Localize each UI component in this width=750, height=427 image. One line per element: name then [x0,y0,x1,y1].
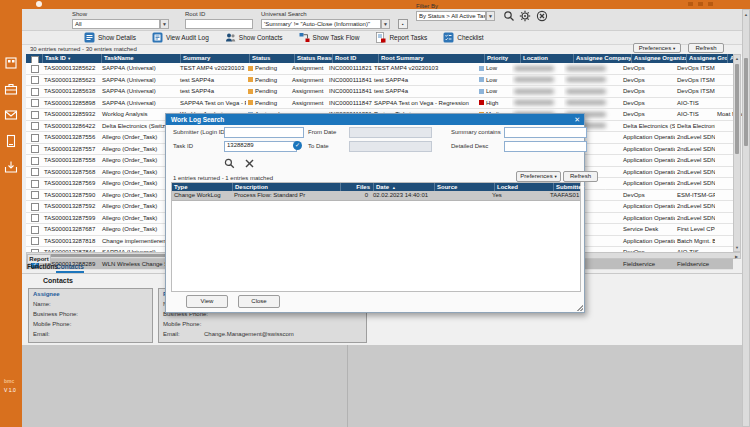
table-row[interactable]: TAS000013285623SAPP4A (Universal)test SA… [26,75,733,87]
column-header[interactable]: Root Summary [379,54,485,63]
scroll-up-icon[interactable]: ▲ [734,56,740,61]
filter-by-select[interactable]: By Status > All Active Tasks > [416,11,486,21]
column-header[interactable]: Type [172,183,233,191]
row-checkbox[interactable] [31,111,39,119]
show-contacts-button[interactable]: Show Contacts [225,32,283,43]
worklog-result-row[interactable]: Change WorkLog Process Flow: Standard Pr… [172,191,580,201]
summary-contains-input[interactable] [504,127,587,138]
column-header[interactable]: Source [435,183,495,191]
search-icon[interactable] [503,10,515,22]
tab-report[interactable]: Report [27,254,51,263]
from-date-input[interactable] [349,127,432,138]
column-header[interactable]: Files [341,183,374,191]
preferences-button[interactable]: Preferences ▾ [633,43,681,53]
show-task-flow-button[interactable]: Show Task Flow [299,32,360,43]
resize-grip[interactable] [577,305,583,311]
row-checkbox[interactable] [31,203,39,211]
topbar-icon[interactable] [698,2,703,6]
detailed-desc-input[interactable] [504,141,587,152]
tab-contacts[interactable]: Contacts [56,263,84,273]
refresh-button[interactable]: Refresh [688,43,724,53]
select-all-checkbox[interactable] [31,56,39,64]
scroll-right-icon[interactable]: ▶ [734,254,739,259]
priority-color-icon [479,89,484,94]
show-details-button[interactable]: Show Details [84,32,136,43]
checklist-button[interactable]: Checklist [443,32,483,43]
task-id-input[interactable]: 13288289 [224,141,297,152]
column-header[interactable]: Locked [495,183,554,191]
briefcase-icon[interactable] [3,81,19,97]
column-header[interactable]: Assignee Organizati... [632,54,687,63]
show-select[interactable]: All [72,19,160,29]
select-all-header[interactable] [26,54,43,63]
inbox-icon[interactable] [3,159,19,175]
tasks-board-icon[interactable] [3,55,19,71]
tab-functions[interactable]: Functions [27,263,58,270]
universal-search-arrow-icon[interactable]: ▼ [381,19,390,29]
column-header[interactable]: Status [250,54,295,63]
column-header[interactable]: Location [521,54,574,63]
row-checkbox[interactable] [31,168,39,176]
mail-icon[interactable] [3,107,19,123]
row-checkbox[interactable] [31,237,39,245]
row-checkbox[interactable] [31,88,39,96]
document-icon[interactable] [3,133,19,149]
column-header[interactable]: Assignee Company [574,54,632,63]
row-checkbox[interactable] [31,180,39,188]
universal-search-input[interactable]: 'Summary' != "Auto-Close (Information)" [261,19,381,29]
row-checkbox[interactable] [31,145,39,153]
task-flow-icon [299,32,310,43]
contacts-icon [225,32,236,43]
topbar-icon[interactable] [708,2,713,6]
column-header[interactable]: Root ID [333,54,379,63]
column-header[interactable]: Assignee Group [687,54,728,63]
row-checkbox[interactable] [31,226,39,234]
report-tasks-button[interactable]: Report Tasks [375,32,427,43]
column-header[interactable]: Submitter [554,183,606,191]
clear-filter-icon[interactable] [536,10,548,22]
row-checkbox[interactable] [31,157,39,165]
modal-preferences-button[interactable]: Preferences ▾ [516,171,561,182]
filter-by-arrow-icon[interactable]: ▼ [486,11,495,21]
submitter-input[interactable] [224,127,304,138]
to-date-input[interactable] [349,141,432,152]
row-checkbox[interactable] [31,134,39,142]
row-checkbox[interactable] [31,65,39,73]
gear-icon[interactable] [519,10,531,22]
clear-icon[interactable] [244,158,255,169]
search-options-button[interactable]: ▪ [398,19,408,29]
column-header[interactable]: TaskName [102,54,181,63]
column-header[interactable]: Description [233,183,341,191]
view-button[interactable]: View [186,295,228,308]
column-header[interactable]: Task ID▾ [43,54,102,63]
scroll-down-icon[interactable]: ▼ [734,245,740,250]
show-select-arrow-icon[interactable]: ▼ [160,19,169,29]
close-icon[interactable]: ✕ [574,114,580,125]
modal-refresh-button[interactable]: Refresh [563,171,598,182]
column-header-date[interactable]: Date ▴ [374,183,435,191]
table-row[interactable]: TAS000013285638SAPP4A (Universal)test SA… [26,86,733,98]
row-checkbox[interactable] [31,99,39,107]
table-row[interactable]: TAS000013285622SAPP4A (Universal)TEST AM… [26,63,733,75]
cell-assignee-group: DevOps ITSM [675,86,715,97]
root-id-input[interactable] [185,19,253,29]
row-checkbox[interactable] [31,122,39,130]
row-checkbox[interactable] [31,214,39,222]
row-checkbox[interactable] [31,191,39,199]
cell-assignee-org: Application Operations [621,167,675,178]
scroll-up-icon[interactable]: ▲ [743,12,749,17]
close-button[interactable]: Close [238,295,280,308]
topbar-icon[interactable] [688,2,693,6]
search-icon[interactable] [224,158,235,169]
dialog-title-bar[interactable]: Work Log Search ✕ [166,114,584,125]
column-header[interactable]: Status Reason [295,54,333,63]
row-checkbox[interactable] [31,76,39,84]
table-vertical-scrollbar[interactable]: ▲ ▼ [733,54,741,252]
column-header[interactable]: Priority [485,54,521,63]
page-vertical-scrollbar[interactable]: ▲ [742,9,750,427]
table-row[interactable]: TAS000013285898SAPP4A (Universal)SAPP4A … [26,98,733,110]
view-audit-log-button[interactable]: View Audit Log [152,32,209,43]
to-date-label: To Date [308,143,329,149]
column-header[interactable]: Summary [181,54,250,63]
details-icon [84,32,95,43]
